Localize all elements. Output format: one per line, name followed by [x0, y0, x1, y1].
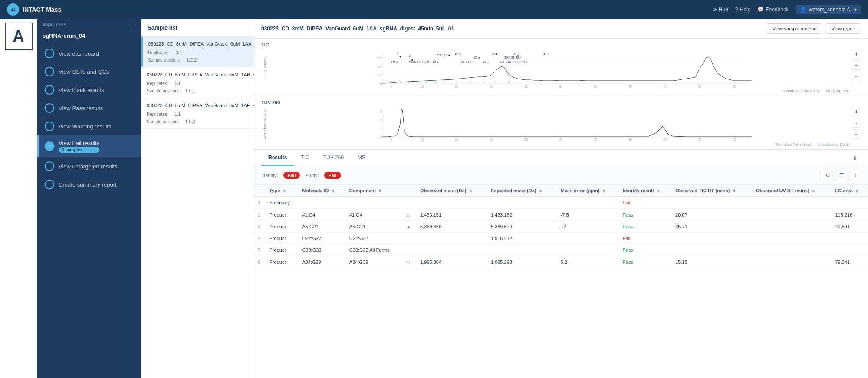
table-row-4[interactable]: 4 Product U22:G27 U22:G27 1,916.212 Fail	[254, 233, 868, 244]
tuv-chart-area: Absorbance (AU)	[261, 107, 861, 141]
content-title: 030223_CD_8mM_DIPEA_VanGuard_6uM_1AA_sgR…	[261, 26, 454, 32]
tic-chart-title: TIC	[261, 42, 861, 47]
sample-3-position: Sample position: 1:E,3	[147, 119, 249, 124]
svg-rect-44	[470, 81, 470, 83]
columns-btn[interactable]: ☰	[836, 170, 847, 181]
svg-text:55: 55	[733, 85, 736, 88]
table-row-3[interactable]: 3 Product A5:G21 A5:G21 ▲ 5,369.668 5,36…	[254, 221, 868, 233]
feedback-button[interactable]: 💬 Feedback	[757, 7, 789, 13]
view-sample-method-button[interactable]: View sample method	[767, 23, 822, 34]
col-obs-mass[interactable]: Observed mass (Da) ⇅	[417, 185, 487, 197]
sample-2-meta: Replicates: 1/1	[147, 81, 249, 86]
col-identity[interactable]: Identity result ⇅	[619, 185, 672, 197]
user-icon: 👤	[800, 7, 806, 13]
col-lc-area[interactable]: LC area ⇅	[832, 185, 868, 197]
sort-btn[interactable]: ↕	[850, 170, 861, 181]
tuv-download-btn[interactable]: ⬇	[852, 107, 861, 116]
blank-label: View blank results	[59, 87, 104, 93]
row-5-mass-error	[557, 244, 619, 256]
svg-text:0: 0	[380, 136, 382, 139]
table-row-6[interactable]: 6 Product A34:G39 A34:G39 ◇ 1,985.304 1,…	[254, 256, 868, 268]
svg-text:10: 10	[420, 138, 424, 141]
table-row-5[interactable]: 5 Product C30:G33 C30:G33 All Forms Pass	[254, 244, 868, 256]
fail-circle: ✓	[45, 141, 54, 151]
sample-card-1[interactable]: 030223_CD_8mM_DIPEA_VanGuard_6uM_1AA_sgR…	[141, 36, 254, 67]
svg-text:1e7: 1e7	[377, 74, 382, 77]
sidebar-item-summary[interactable]: Create summary report	[37, 175, 141, 194]
identity-label: Identity:	[261, 173, 278, 178]
row-5-lc-area	[832, 244, 868, 256]
results-download-btn[interactable]: ⬇	[849, 151, 861, 165]
row-5-type: Product	[266, 244, 299, 256]
sidebar-item-ssts[interactable]: View SSTs and QCs	[37, 62, 141, 81]
svg-text:40: 40	[628, 85, 632, 88]
col-mass-error[interactable]: Mass error (ppm) ⇅	[557, 185, 619, 197]
row-3-molecule: A5:G21	[299, 221, 345, 233]
row-2-identity: Pass	[619, 209, 672, 221]
svg-rect-46	[496, 81, 496, 83]
svg-text:2,6 ◇  29 ○ 34 □  40 ♦: 2,6 ◇ 29 ○ 34 □ 40 ♦	[500, 60, 528, 63]
table-row-1[interactable]: 1 Summary Fail	[254, 197, 868, 209]
row-4-type: Product	[266, 233, 299, 244]
table-row-2[interactable]: 2 Product #1:G4 #1:G4 △ 1,433.151 1,433.…	[254, 209, 868, 221]
sort-lc-area-icon: ⇅	[855, 189, 858, 193]
sort-exp-mass-icon: ⇅	[539, 189, 542, 193]
sidebar-item-fail[interactable]: ✓ View Fail results 3 samples	[37, 135, 141, 157]
sample-card-3[interactable]: 030223_CD_8mM_DIPEA_VanGuard_6uM_1AE_sgR…	[141, 98, 254, 129]
sample-card-3-header: 030223_CD_8mM_DIPEA_VanGuard_6uM_1AE_sgR…	[147, 102, 249, 109]
top-nav: iM INTACT Mass ⟳ Hub ? Help 💬 Feedback 👤…	[0, 0, 868, 19]
tab-ms[interactable]: MS	[351, 150, 372, 166]
tuv-svg: 0 1 2 3 5 10 15 20 25 30	[269, 107, 861, 141]
row-1-exp-mass	[487, 197, 557, 209]
summary-circle	[45, 180, 54, 189]
svg-rect-36	[391, 81, 392, 83]
row-6-tic-rt: 15.15	[672, 256, 753, 268]
dashboard-label: View dashboard	[59, 50, 99, 57]
pass-circle	[45, 103, 54, 113]
svg-text:♦: ♦	[399, 54, 401, 59]
tab-results[interactable]: Results	[261, 150, 294, 166]
row-3-uv-rt	[753, 221, 832, 233]
col-molecule[interactable]: Molecule ID ⇅	[299, 185, 345, 197]
sort-component-icon: ⇅	[378, 189, 381, 193]
tic-zoom-out-btn[interactable]: −	[852, 72, 861, 81]
sample-card-1-title: 030223_CD_8mM_DIPEA_VanGuard_6uM_1AA_sgR…	[148, 41, 254, 47]
col-type[interactable]: Type ⇅	[266, 185, 299, 197]
hub-button[interactable]: ⟳ Hub	[713, 7, 728, 13]
col-component[interactable]: Component ⇅	[346, 185, 403, 197]
svg-text:2e7: 2e7	[377, 65, 382, 68]
row-3-exp-mass: 5,369.679	[487, 221, 557, 233]
col-exp-mass[interactable]: Expected mass (Da) ⇅	[487, 185, 557, 197]
sample-card-2-header: 030223_CD_8mM_DIPEA_VanGuard_6uM_1AB_sgR…	[147, 72, 249, 79]
row-6-uv-rt	[753, 256, 832, 268]
row-2-icon: △	[403, 209, 417, 221]
svg-rect-41	[435, 81, 436, 83]
sidebar-item-untargeted[interactable]: View untargeted results	[37, 157, 141, 175]
tic-download-btn[interactable]: ⬇	[852, 49, 861, 59]
row-4-obs-mass	[417, 233, 487, 244]
help-button[interactable]: ? Help	[735, 7, 750, 13]
sidebar-item-warning[interactable]: View Warning results	[37, 117, 141, 135]
sample-card-2-title: 030223_CD_8mM_DIPEA_VanGuard_6uM_1AB_sgR…	[147, 72, 254, 78]
sidebar: ANALYSIS › sgRNArerun_04 View dashboard …	[37, 19, 141, 378]
tic-footer-y: TIC (Counts):	[825, 89, 849, 93]
tab-tic[interactable]: TIC	[294, 150, 316, 166]
view-report-button[interactable]: View report	[826, 23, 861, 34]
user-menu[interactable]: 👤 waters_connect A. ▾	[796, 5, 861, 14]
tab-tuv[interactable]: TUV 260	[316, 150, 351, 166]
row-2-obs-mass: 1,433.151	[417, 209, 487, 221]
col-tic-rt[interactable]: Observed TIC RT (mins) ⇅	[672, 185, 753, 197]
tuv-zoom-out-btn[interactable]: −	[852, 129, 861, 139]
tuv-zoom-in-btn[interactable]: +	[852, 118, 861, 128]
col-uv-rt[interactable]: Observed UV RT (mins) ⇅	[753, 185, 832, 197]
row-6-exp-mass: 1,985.293	[487, 256, 557, 268]
filter-btn[interactable]: ⚙	[822, 170, 833, 181]
svg-text:23 △: 23 △	[483, 60, 490, 63]
tuv-chart-footer: Retention Time (min): Absorbance (AU):	[261, 141, 861, 148]
sample-1-pos: 1:E,2	[187, 58, 197, 62]
tic-zoom-in-btn[interactable]: +	[852, 60, 861, 70]
sidebar-item-dashboard[interactable]: View dashboard	[37, 44, 141, 62]
sidebar-item-blank[interactable]: View blank results	[37, 81, 141, 99]
sidebar-item-pass[interactable]: View Pass results	[37, 99, 141, 117]
sample-card-2[interactable]: 030223_CD_8mM_DIPEA_VanGuard_6uM_1AB_sgR…	[141, 67, 254, 98]
